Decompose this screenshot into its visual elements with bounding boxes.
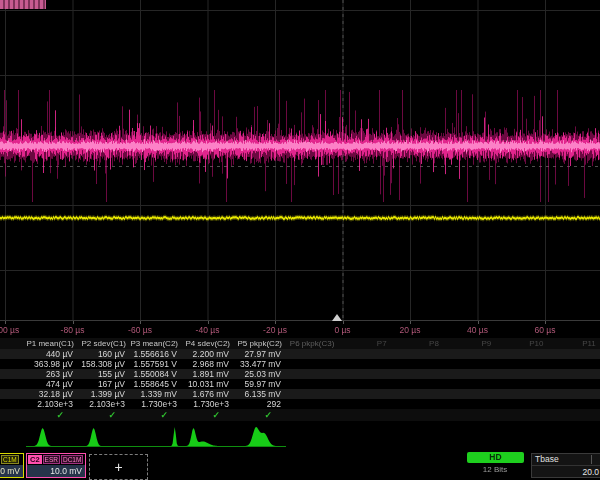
stat-row: 2.103e+32.103e+31.730e+31.730e+3292 (0, 399, 600, 409)
histicon[interactable] (234, 425, 286, 450)
status-check-icon: ✓ (234, 410, 286, 420)
channel-c2-descriptor[interactable]: C2 ESR DC1M 10.0 mV (26, 453, 86, 478)
measure-cell: 6.135 mV (234, 389, 286, 399)
trigger-time-marker[interactable] (332, 314, 342, 321)
measure-cell: 474 µV (26, 379, 78, 389)
measure-cell: 2.103e+3 (26, 399, 78, 409)
hd-mode-badge[interactable]: HD (467, 452, 524, 463)
histicon[interactable] (182, 425, 234, 450)
param-header[interactable]: P6 pkpk(C3) (286, 339, 338, 348)
measure-cell: 155 µV (78, 369, 130, 379)
timebase-title: Tbase (532, 454, 600, 466)
timebase-value: 20.0 (532, 466, 600, 479)
stat-row: 32.18 µV1.399 µV1.339 mV1.676 mV6.135 mV (0, 389, 600, 399)
add-trace-crosshair-box[interactable]: + (89, 454, 148, 480)
measure-cell: 292 (234, 399, 286, 409)
time-axis-label: -100 µs (0, 325, 27, 335)
stat-row: 263 µV155 µV1.550084 V1.891 mV25.03 mV (0, 369, 600, 379)
measure-cell: 167 µV (78, 379, 130, 389)
measure-cell: 1.550084 V (130, 369, 182, 379)
histicon[interactable] (130, 425, 182, 450)
time-axis-label: -20 µs (253, 325, 297, 335)
stat-row: 474 µV167 µV1.558645 V10.031 mV59.97 mV (0, 379, 600, 389)
c2-coupling-badge: DC1M (61, 455, 83, 464)
time-axis-label: 40 µs (456, 325, 500, 335)
histicon[interactable] (78, 425, 130, 450)
time-axis-label: 0 µs (321, 325, 365, 335)
top-left-label (0, 0, 46, 9)
c2-eres-badge: ESR (43, 455, 60, 464)
hd-bits-label: 12 Bits (455, 465, 535, 474)
bottom-status-bar: C1M 0 mV C2 ESR DC1M 10.0 mV + HD 12 Bit… (0, 452, 600, 480)
measure-cell: 158.308 µV (78, 359, 130, 369)
status-check-icon: ✓ (182, 410, 234, 420)
measure-cell: 160 µV (78, 349, 130, 359)
c2-volts-per-div: 10.0 mV (27, 465, 85, 478)
measure-cell: 440 µV (26, 349, 78, 359)
crosshair-icon: + (114, 459, 122, 475)
status-check-icon: ✓ (78, 410, 130, 420)
time-axis-label: -40 µs (186, 325, 230, 335)
measure-cell: 33.477 mV (234, 359, 286, 369)
measure-cell: 1.730e+3 (182, 399, 234, 409)
c2-label: C2 (28, 455, 42, 464)
param-header[interactable]: P5 pkpk(C2) (234, 339, 286, 348)
measure-cell: 32.18 µV (26, 389, 78, 399)
time-axis-label: 20 µs (388, 325, 432, 335)
time-axis-label: -80 µs (51, 325, 95, 335)
measure-cell: 2.103e+3 (78, 399, 130, 409)
param-header[interactable]: P4 sdev(C2) (182, 339, 234, 348)
time-axis-label: -60 µs (118, 325, 162, 335)
param-header[interactable]: P1 mean(C1) (26, 339, 78, 348)
measure-cell: 363.98 µV (26, 359, 78, 369)
measure-cell: 1.676 mV (182, 389, 234, 399)
time-axis: -100 µs-80 µs-60 µs-40 µs-20 µs0 µs20 µs… (0, 320, 600, 339)
timebase-descriptor[interactable]: Tbase 20.0 (531, 453, 600, 478)
histicon[interactable] (26, 425, 78, 450)
measure-cell: 10.031 mV (182, 379, 234, 389)
status-check-icon: ✓ (130, 410, 182, 420)
measure-cell: 59.97 mV (234, 379, 286, 389)
measure-cell: 27.97 mV (234, 349, 286, 359)
measure-cell: 1.557591 V (130, 359, 182, 369)
stat-row: 363.98 µV158.308 µV1.557591 V2.968 mV33.… (0, 359, 600, 369)
measure-cell: 1.730e+3 (130, 399, 182, 409)
status-check-icon: ✓ (26, 410, 78, 420)
waveform-display (0, 0, 600, 320)
channel-c1-descriptor[interactable]: C1M 0 mV (0, 453, 24, 478)
oscilloscope-screen: -100 µs-80 µs-60 µs-40 µs-20 µs0 µs20 µs… (0, 0, 600, 480)
measurement-table: P1 mean(C1)P2 sdev(C1)P3 mean(C2)P4 sdev… (0, 338, 600, 421)
measure-cell: 2.200 mV (182, 349, 234, 359)
measure-cell: 1.399 µV (78, 389, 130, 399)
param-header[interactable]: P7 (338, 339, 390, 348)
measure-cell: 1.891 mV (182, 369, 234, 379)
measure-cell: 2.968 mV (182, 359, 234, 369)
param-header[interactable]: P3 mean(C2) (130, 339, 182, 348)
measure-cell: 1.558645 V (130, 379, 182, 389)
param-header[interactable]: P2 sdev(C1) (78, 339, 130, 348)
measure-cell: 1.556616 V (130, 349, 182, 359)
c1-volts-per-div: 0 mV (0, 465, 23, 478)
c1-coupling-badge: C1M (1, 455, 19, 464)
histicon-row (0, 424, 600, 451)
param-header[interactable]: P8 (391, 339, 443, 348)
stat-row: 440 µV160 µV1.556616 V2.200 mV27.97 mV (0, 349, 600, 359)
measure-cell: 25.03 mV (234, 369, 286, 379)
measure-cell: 263 µV (26, 369, 78, 379)
param-header[interactable]: P9 (443, 339, 495, 348)
param-header[interactable]: P10 (495, 339, 547, 348)
measure-cell: 1.339 mV (130, 389, 182, 399)
param-header[interactable]: P11 (547, 339, 599, 348)
time-axis-label: 60 µs (523, 325, 567, 335)
